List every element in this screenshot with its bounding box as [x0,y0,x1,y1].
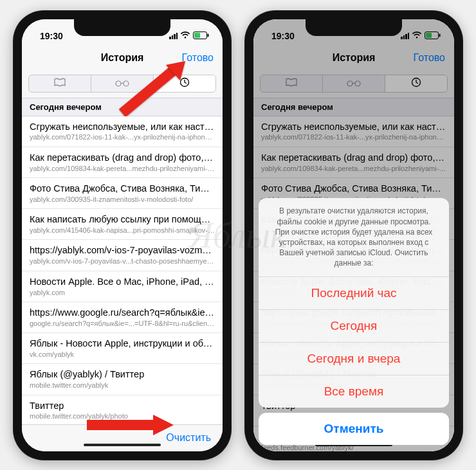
history-row-url: yablyk.com/109834-kak-pereta...mezhdu-pr… [30,164,215,174]
history-row-url: yablyk.com/415406-kak-napisa...pri-pomos… [30,226,215,235]
history-row-url: google.ru/search?q=яблык&ie=...=UTF-8&hl… [30,319,215,329]
history-row[interactable]: Сгружать неиспользуемые, или как настрои… [22,116,223,147]
history-row[interactable]: https://yablyk.com/v-ios-7-poyavilas-voz… [22,240,223,271]
home-indicator[interactable] [84,444,161,446]
iphone-left: 19:30 История Готово [13,10,232,460]
history-row-title: Яблык (@yablyk) / Твиттер [30,368,215,381]
history-row-title: Фото Стива Джобса, Стива Возняка, Тима К… [30,183,215,195]
history-row[interactable]: https://www.google.ru/search?q=яблык&ie=… [22,302,223,333]
history-row-url: yablyk.com/300935-it-znamenitosti-v-molo… [30,195,215,204]
svg-rect-2 [194,33,200,38]
history-row-title: Как написать любую ссылку при помощи см.… [30,213,215,226]
history-list[interactable]: Сгружать неиспользуемые, или как настрои… [22,116,223,424]
history-row[interactable]: Яблык - Новости Apple, инструкции и обзо… [22,333,223,364]
history-row[interactable]: Новости Apple. Все о Mac, iPhone, iPad, … [22,271,223,302]
arrow-to-history-tab [116,59,193,116]
screen-right: 19:30 История Готово [253,19,454,451]
action-sheet-cancel[interactable]: Отменить [259,413,449,445]
action-sheet-option[interactable]: Сегодня [259,310,449,343]
history-row-title: Новости Apple. Все о Mac, iPhone, iPad, … [30,276,215,288]
history-row-url: yablyk.com/v-ios-7-poyavilas-v...t-chast… [30,257,215,266]
history-row-title: Как перетаскивать (drag and drop) фото, … [30,152,215,164]
book-icon [53,78,66,89]
clear-action-sheet: В результате очистки удаляются история, … [259,198,449,444]
history-row-title: Яблык - Новости Apple, инструкции и обзо… [30,338,215,350]
history-row-url: yablyk.com [30,288,215,298]
notch [306,19,402,36]
history-row-url: yablyk.com/071822-ios-11-kak-...yx-prilo… [30,132,215,142]
action-sheet-message: В результате очистки удаляются история, … [259,198,449,276]
status-time: 19:30 [40,31,63,41]
history-row[interactable]: Как написать любую ссылку при помощи см.… [22,209,223,240]
history-row[interactable]: Яблык (@yablyk) / Твиттерmobile.twitter.… [22,364,223,395]
status-right [169,31,210,41]
history-row-title: https://yablyk.com/v-ios-7-poyavilas-voz… [30,244,215,257]
iphone-right: 19:30 История Готово [244,10,463,460]
action-sheet-option[interactable]: Сегодня и вчера [259,343,449,375]
history-row-url: vk.com/yablyk [30,350,215,359]
history-row-title: Сгружать неиспользуемые, или как настрои… [30,121,215,133]
history-row-url: mobile.twitter.com/yablyk [30,381,215,390]
action-sheet-option[interactable]: Все время [259,375,449,408]
signal-icon [169,33,178,39]
segment-bookmarks[interactable] [29,75,91,92]
arrow-to-clear [84,412,180,438]
action-sheet-option[interactable]: Последний час [259,277,449,310]
history-row-title: Твиттер [30,400,215,412]
history-row-title: https://www.google.ru/search?q=яблык&ie=… [30,307,215,319]
history-row[interactable]: Фото Стива Джобса, Стива Возняка, Тима К… [22,178,223,209]
action-sheet-group: В результате очистки удаляются история, … [259,198,449,407]
notch [74,19,170,36]
svg-rect-1 [208,33,209,37]
battery-icon [193,31,210,41]
history-row[interactable]: Как перетаскивать (drag and drop) фото, … [22,147,223,178]
wifi-icon [180,31,190,41]
